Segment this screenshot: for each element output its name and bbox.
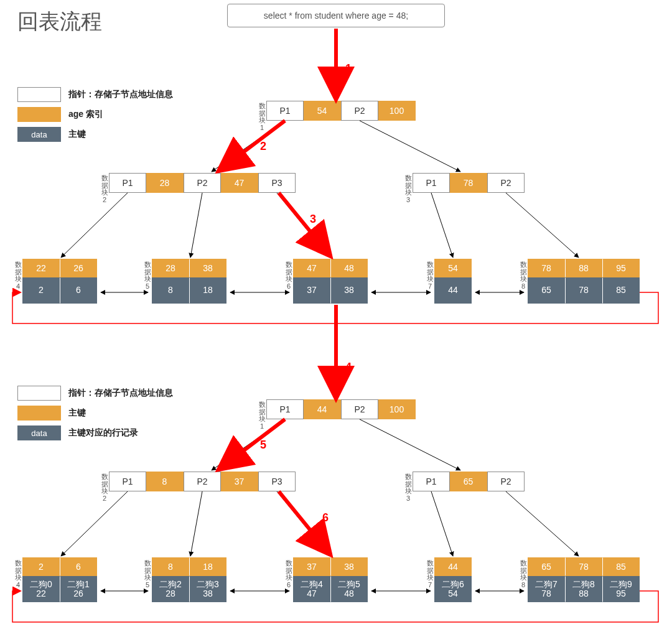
legend-pk-label: 主键 bbox=[68, 129, 86, 140]
key: 37 bbox=[221, 472, 258, 491]
step-5: 5 bbox=[260, 439, 266, 452]
leaf-val: 二狗338 bbox=[189, 576, 226, 602]
leaf-key: 38 bbox=[189, 259, 226, 277]
ptr: P1 bbox=[266, 101, 304, 121]
legend-bottom: 指针：存储子节点地址信息 主键 data 主键对应的行记录 bbox=[17, 384, 179, 444]
block-label: 数据块8 bbox=[520, 560, 527, 588]
t1-left: P1 28 P2 47 P3 bbox=[109, 173, 296, 193]
t1-leaf4: 2226 26 bbox=[22, 259, 97, 304]
block-label: 数据块1 bbox=[258, 103, 266, 131]
swatch-pointer bbox=[17, 386, 61, 401]
ptr: P1 bbox=[109, 472, 146, 491]
key: 8 bbox=[146, 472, 184, 491]
leaf-key: 47 bbox=[293, 259, 330, 277]
t2-left: P1 8 P2 37 P3 bbox=[109, 472, 296, 491]
svg-line-0 bbox=[212, 121, 285, 172]
svg-line-12 bbox=[360, 419, 460, 470]
svg-line-27 bbox=[279, 491, 329, 552]
svg-line-24 bbox=[279, 193, 329, 254]
leaf-val: 78 bbox=[565, 277, 602, 304]
leaf-val: 二狗548 bbox=[330, 576, 368, 602]
leaf-val: 6 bbox=[60, 277, 97, 304]
t1-leaf6: 4748 3738 bbox=[293, 259, 368, 304]
t2-leaf7: 44 二狗654 bbox=[434, 557, 472, 602]
legend-pk-label: 主键 bbox=[68, 407, 86, 419]
block-label: 数据块4 bbox=[14, 560, 22, 588]
t2-leaf4: 26 二狗022 二狗126 bbox=[22, 557, 97, 602]
t1-leaf5: 2838 818 bbox=[152, 259, 226, 304]
leaf-val: 二狗022 bbox=[22, 576, 60, 602]
leaf-key: 85 bbox=[602, 557, 640, 576]
svg-line-5 bbox=[431, 193, 453, 258]
leaf-key: 37 bbox=[293, 557, 330, 576]
leaf-key: 65 bbox=[528, 557, 565, 576]
leaf-val: 38 bbox=[330, 277, 368, 304]
leaf-key: 95 bbox=[602, 259, 640, 277]
leaf-val: 85 bbox=[602, 277, 640, 304]
leaf-val: 44 bbox=[434, 277, 472, 304]
svg-line-13 bbox=[61, 491, 128, 556]
t2-root: P1 44 P2 100 bbox=[266, 399, 416, 419]
legend-pointer-label: 指针：存储子节点地址信息 bbox=[68, 89, 173, 100]
key: 47 bbox=[221, 173, 258, 193]
svg-line-26 bbox=[221, 419, 285, 468]
leaf-key: 18 bbox=[189, 557, 226, 576]
svg-line-6 bbox=[506, 193, 579, 258]
swatch-data: data bbox=[17, 127, 61, 142]
t1-leaf7: 54 44 bbox=[434, 259, 472, 304]
ptr: P2 bbox=[341, 399, 378, 419]
leaf-val: 二狗447 bbox=[293, 576, 330, 602]
ptr: P2 bbox=[341, 101, 378, 121]
leaf-key: 28 bbox=[152, 259, 189, 277]
block-label: 数据块8 bbox=[520, 261, 527, 290]
leaf-val: 8 bbox=[152, 277, 189, 304]
ptr: P3 bbox=[258, 472, 296, 491]
leaf-val: 二狗228 bbox=[152, 576, 189, 602]
swatch-pk bbox=[17, 406, 61, 421]
ptr: P2 bbox=[184, 173, 221, 193]
block-label: 数据块6 bbox=[285, 560, 292, 588]
leaf-key: 2 bbox=[22, 557, 60, 576]
leaf-key: 88 bbox=[565, 259, 602, 277]
t2-leaf8: 657885 二狗778 二狗888 二狗995 bbox=[528, 557, 640, 602]
svg-line-2 bbox=[61, 193, 128, 258]
ptr: P1 bbox=[413, 173, 450, 193]
leaf-val: 二狗654 bbox=[434, 576, 472, 602]
step-1: 1 bbox=[345, 62, 352, 75]
step-6: 6 bbox=[322, 511, 329, 524]
ptr: P1 bbox=[266, 399, 304, 419]
leaf-key: 78 bbox=[565, 557, 602, 576]
key: 100 bbox=[378, 399, 416, 419]
t2-leaf5: 818 二狗228 二狗338 bbox=[152, 557, 226, 602]
ptr: P2 bbox=[487, 472, 525, 491]
block-label: 数据块3 bbox=[404, 175, 412, 203]
leaf-val: 二狗126 bbox=[60, 576, 97, 602]
leaf-key: 8 bbox=[152, 557, 189, 576]
t2-right: P1 65 P2 bbox=[413, 472, 525, 491]
leaf-key: 48 bbox=[330, 259, 368, 277]
legend-pointer-label: 指针：存储子节点地址信息 bbox=[68, 388, 173, 399]
leaf-val: 65 bbox=[528, 277, 565, 304]
key: 78 bbox=[450, 173, 487, 193]
svg-line-11 bbox=[212, 419, 285, 470]
legend-row-label: 主键对应的行记录 bbox=[68, 427, 138, 439]
leaf-key: 6 bbox=[60, 557, 97, 576]
leaf-key: 44 bbox=[434, 557, 472, 576]
leaf-val: 二狗888 bbox=[565, 576, 602, 602]
svg-line-17 bbox=[506, 491, 579, 556]
step-4: 4 bbox=[345, 361, 352, 374]
t1-leaf8: 788895 657885 bbox=[528, 259, 640, 304]
key: 28 bbox=[146, 173, 184, 193]
svg-line-16 bbox=[431, 491, 453, 556]
leaf-key: 78 bbox=[528, 259, 565, 277]
ptr: P2 bbox=[184, 472, 221, 491]
block-label: 数据块1 bbox=[258, 401, 266, 430]
legend-top: 指针：存储子节点地址信息 age 索引 data 主键 bbox=[17, 86, 179, 146]
leaf-key: 22 bbox=[22, 259, 60, 277]
legend-index-label: age 索引 bbox=[68, 109, 103, 120]
leaf-key: 54 bbox=[434, 259, 472, 277]
step-3: 3 bbox=[310, 213, 316, 226]
leaf-val: 37 bbox=[293, 277, 330, 304]
leaf-val: 18 bbox=[189, 277, 226, 304]
block-label: 数据块4 bbox=[14, 261, 22, 290]
